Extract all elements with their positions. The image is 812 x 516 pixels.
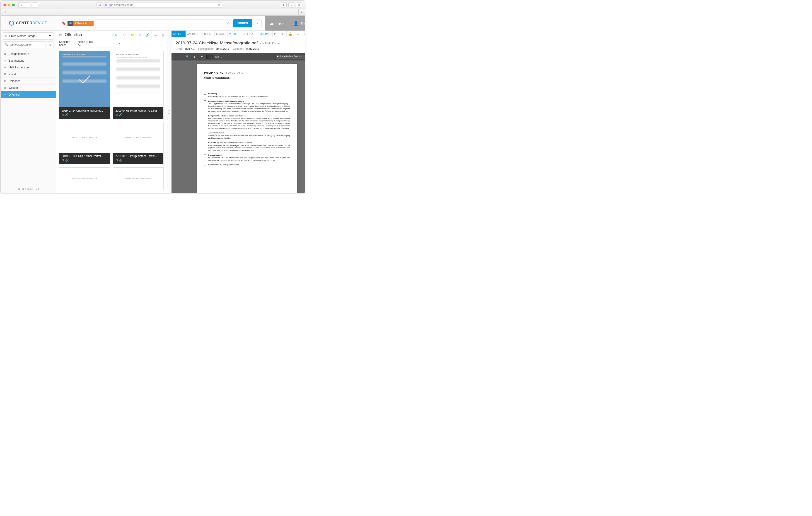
tab-schla[interactable]: SCHLA... (201, 31, 214, 37)
document-icon: 🗎 (5, 34, 8, 38)
document-meta: Größe 66,9 KB Hochgeladen 20.11.2017 Geä… (172, 47, 305, 53)
sort-label: Sortieren nach: (59, 40, 77, 47)
sidebar-item-buchhaltung[interactable]: ✉Buchhaltung (1, 57, 56, 64)
checklist-item: RenderingBitte senden Sie mir zur Vorber… (204, 93, 290, 98)
link-icon[interactable]: 🔗 (144, 31, 151, 39)
settings-button[interactable]: 👤 Einstellungen (289, 16, 305, 31)
new-tab-button[interactable]: + (298, 9, 305, 16)
import-button[interactable]: ☁ Import (265, 16, 289, 31)
sidebar-toggle-icon[interactable]: ◫ (32, 2, 38, 7)
pdf-zoom-select[interactable]: Automatischer Zoom ▾ (276, 55, 305, 59)
pdf-viewer: ◫ 🔍 ▲ ▼ von 2 − + Automatischer Zoom ▾ (172, 53, 305, 193)
sidebar-item--ffentlich[interactable]: ✉Öffentlich (1, 91, 56, 98)
tab-freiga[interactable]: FREIGA... (242, 31, 257, 37)
filter-chip-public[interactable]: ✉ Öffentlich ✕ (67, 21, 93, 26)
grid-icon[interactable]: ▦ (159, 31, 167, 39)
envelope-icon: ✉ (67, 22, 74, 25)
pdf-page-input[interactable] (206, 55, 213, 59)
checkbox-icon (204, 154, 206, 156)
chip-remove-icon[interactable]: ✕ (88, 21, 93, 26)
envelope-icon: ✉ (116, 113, 118, 116)
splitter[interactable] (167, 31, 172, 193)
pdf-page: PHILIP KISTNER FOTOGRAFIE Checkliste Mes… (197, 64, 297, 193)
find-button[interactable]: FINDEN (233, 19, 252, 27)
reload-icon[interactable]: ⟳ (218, 3, 222, 6)
document-card[interactable]: PHILIP KISTNER FOTOGRAFIE (59, 168, 110, 190)
document-card[interactable]: PHILIP KISTNER FOTOGRAFIE2019-01-10 Phil… (59, 122, 110, 164)
search-bar[interactable]: 🔖 ✉ Öffentlich ✕ ✕ (59, 19, 232, 27)
tab-overview-icon[interactable]: ⠿⠿ (2, 11, 6, 14)
chevron-down-icon: ▼ (49, 34, 52, 38)
address-bar[interactable]: 🔒 app.centerdevice.de ⟳ (104, 2, 222, 8)
clear-search-icon[interactable]: ✕ (223, 21, 232, 26)
tabs-icon[interactable]: ⧉ (296, 2, 302, 7)
checkbox-icon (204, 93, 206, 95)
doc-count: 8 (112, 33, 114, 37)
browser-forward[interactable]: › (24, 2, 30, 7)
tab-komm[interactable]: KOMM... (214, 31, 228, 37)
checkbox-icon (204, 142, 206, 144)
pdf-next-page-icon[interactable]: ▼ (199, 54, 205, 60)
sort-value[interactable]: Name (Z bis A) (78, 40, 95, 47)
lock-icon: 🔒 (105, 3, 108, 6)
pdf-zoom-in-icon[interactable]: + (268, 54, 274, 60)
logo: CENTERDEVICE (1, 16, 56, 31)
envelope-icon: ✉ (4, 79, 6, 83)
checkbox-icon (204, 164, 206, 166)
tab-anfrage[interactable]: ANFRAGE (186, 31, 201, 37)
checklist-item: Fotogenehmigung und FreigabeerklärungZur… (204, 100, 290, 113)
envelope-icon: ✉ (4, 86, 6, 89)
checkbox-icon (204, 132, 206, 134)
gear-icon[interactable]: ⚙ (120, 31, 128, 39)
envelope-icon: ✉ (4, 52, 6, 56)
checklist-item: Beleuchtung und Videotechnik / Kabinensc… (204, 142, 290, 152)
folder-selector[interactable]: 🗎 Philip Kistner Fotogr... ▼ (3, 32, 54, 40)
document-card[interactable]: PHILIP KISTNER FOTOGRAFIEAllgemeine Gesc… (113, 51, 164, 119)
new-collection-button[interactable]: NEUE SAMMLUNG (1, 185, 56, 193)
sidebar-item-releases[interactable]: ✉Releases (1, 78, 56, 85)
tab-versio[interactable]: VERSIO... (228, 31, 242, 37)
sidebar: CENTERDEVICE 🗎 Philip Kistner Fotogr... … (1, 16, 56, 193)
link-icon: 🔗 (119, 113, 122, 116)
tab-proto[interactable]: PROTO... (272, 31, 287, 37)
sidebar-item-belegexemplare[interactable]: ✉Belegexemplare (1, 51, 56, 57)
tab-extern[interactable]: EXTERN... (257, 31, 272, 37)
tab-ansicht[interactable]: ANSICHT (172, 31, 186, 37)
share-icon[interactable]: ⇪ (288, 2, 294, 7)
document-title: 2019-07-24 Checkliste Messefotografie.pd… (176, 40, 258, 45)
pdf-zoom-out-icon[interactable]: − (261, 54, 266, 60)
checklist-item: AusstellerausweisStellen Sie mir bitte e… (204, 132, 290, 139)
chevron-down-icon[interactable]: ▼ (118, 42, 120, 45)
browser-back[interactable]: ‹ (18, 2, 24, 7)
reader-icon[interactable]: ◎ (96, 2, 103, 7)
cloud-download-icon[interactable]: ☁ (294, 31, 301, 37)
document-card[interactable]: PHILIP KISTNER FOTOGRAFIE2019-07-24 Chec… (59, 51, 110, 119)
lock-icon[interactable]: 🔒 (287, 31, 294, 37)
pdf-prev-page-icon[interactable]: ▲ (192, 54, 197, 60)
sort-toggle[interactable]: ⇅ (47, 41, 54, 48)
cloud-icon[interactable]: ☁ (151, 31, 159, 39)
pdf-search-icon[interactable]: 🔍 (185, 54, 190, 60)
envelope-icon: ✉ (4, 72, 6, 76)
bookmark-icon[interactable]: 🔖 (62, 21, 66, 25)
checkbox-icon (204, 115, 206, 117)
trash-icon[interactable]: 🗑 (301, 31, 305, 37)
progress-bar (56, 16, 305, 16)
window-minimize[interactable] (8, 4, 10, 6)
document-card[interactable]: PHILIP KISTNER FOTOGRAFIE (113, 168, 164, 190)
document-card[interactable]: PHILIP KISTNER FOTOGRAFIE2019-01-10 Phil… (113, 122, 164, 164)
sidebar-item-privat[interactable]: ✉Privat (1, 71, 56, 78)
link-icon: 🔗 (65, 158, 69, 162)
window-close[interactable] (3, 4, 6, 6)
window-zoom[interactable] (12, 4, 15, 6)
pdf-sidebar-icon[interactable]: ◫ (173, 54, 179, 60)
filter-icon[interactable]: ⏷ (254, 19, 262, 27)
add-folder-icon[interactable]: 📁 (128, 31, 136, 39)
downloads-icon[interactable]: ⬇ (281, 2, 287, 7)
envelope-icon: ✉ (62, 113, 64, 116)
share-icon[interactable]: ✉ (136, 31, 144, 39)
collection-search-input[interactable] (3, 41, 46, 48)
link-icon: 🔗 (119, 158, 122, 162)
sidebar-item-philipkistner-com[interactable]: ✉philipkistner.com (1, 64, 56, 71)
sidebar-item-wissen[interactable]: ✉Wissen (1, 85, 56, 91)
